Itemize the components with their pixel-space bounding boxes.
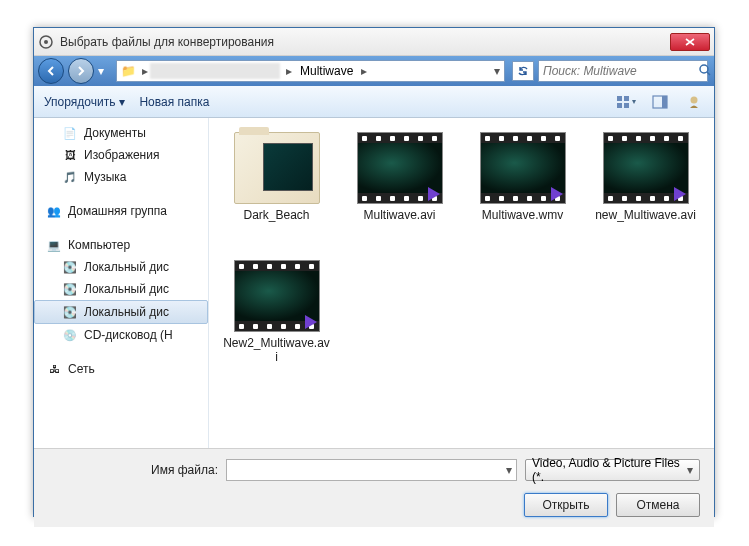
back-button[interactable] [38, 58, 64, 84]
video-file-item[interactable]: new_Multiwave.avi [588, 128, 703, 248]
address-dropdown[interactable]: ▾ [494, 64, 500, 78]
play-icon [305, 315, 317, 329]
sidebar-item-pictures[interactable]: 🖼Изображения [34, 144, 208, 166]
drive-icon: 💽 [62, 304, 78, 320]
search-icon[interactable] [698, 63, 712, 80]
homegroup-icon: 👥 [46, 203, 62, 219]
new-folder-button[interactable]: Новая папка [139, 95, 209, 109]
main-area: 📄Документы 🖼Изображения 🎵Музыка 👥Домашня… [34, 118, 714, 448]
video-file-item[interactable]: New2_Multiwave.avi [219, 256, 334, 376]
video-thumbnail [357, 132, 443, 204]
computer-icon: 💻 [46, 237, 62, 253]
chevron-down-icon[interactable]: ▾ [506, 463, 512, 477]
svg-rect-5 [617, 103, 622, 108]
documents-icon: 📄 [62, 125, 78, 141]
video-thumbnail [234, 260, 320, 332]
video-file-item[interactable]: Multiwave.avi [342, 128, 457, 248]
folder-icon: 📁 [121, 64, 136, 78]
file-name: new_Multiwave.avi [595, 208, 696, 222]
folder-item[interactable]: Dark_Beach [219, 128, 334, 248]
navigation-bar: ▾ 📁 ▸ ▸ Multiwave ▸ ▾ [34, 56, 714, 86]
toolbar: Упорядочить ▾ Новая папка ▾ [34, 86, 714, 118]
search-box[interactable] [538, 60, 708, 82]
filename-input[interactable]: ▾ [226, 459, 517, 481]
footer: Имя файла: ▾ Video, Audio & Picture File… [34, 448, 714, 527]
sidebar-item-homegroup[interactable]: 👥Домашняя группа [34, 200, 208, 222]
file-type-filter[interactable]: Video, Audio & Picture Files (*. ▾ [525, 459, 700, 481]
file-list[interactable]: Dark_Beach Multiwave.avi Multiwa [209, 118, 714, 448]
chevron-down-icon: ▾ [687, 463, 693, 477]
breadcrumb-parent[interactable] [150, 63, 280, 79]
preview-pane-button[interactable] [650, 92, 670, 112]
breadcrumb-current[interactable]: Multiwave [294, 64, 359, 78]
network-icon: 🖧 [46, 361, 62, 377]
sidebar-item-documents[interactable]: 📄Документы [34, 122, 208, 144]
play-icon [551, 187, 563, 201]
cd-icon: 💿 [62, 327, 78, 343]
sidebar-item-network[interactable]: 🖧Сеть [34, 358, 208, 380]
svg-point-1 [44, 40, 48, 44]
video-thumbnail [603, 132, 689, 204]
svg-rect-8 [662, 96, 667, 108]
sidebar-item-disk-selected[interactable]: 💽Локальный дис [34, 300, 208, 324]
open-button[interactable]: Открыть [524, 493, 608, 517]
svg-point-2 [700, 65, 708, 73]
breadcrumb-arrow[interactable]: ▸ [284, 64, 294, 78]
sidebar-item-disk[interactable]: 💽Локальный дис [34, 278, 208, 300]
titlebar: Выбрать файлы для конвертирования [34, 28, 714, 56]
music-icon: 🎵 [62, 169, 78, 185]
drive-icon: 💽 [62, 281, 78, 297]
drive-icon: 💽 [62, 259, 78, 275]
breadcrumb-arrow[interactable]: ▸ [140, 64, 150, 78]
filename-label: Имя файла: [48, 463, 218, 477]
search-input[interactable] [543, 64, 694, 78]
play-icon [674, 187, 686, 201]
view-menu[interactable]: ▾ [616, 92, 636, 112]
forward-button[interactable] [68, 58, 94, 84]
file-name: Multiwave.wmv [482, 208, 563, 222]
sidebar-item-music[interactable]: 🎵Музыка [34, 166, 208, 188]
address-bar[interactable]: 📁 ▸ ▸ Multiwave ▸ ▾ [116, 60, 505, 82]
file-name: Multiwave.avi [363, 208, 435, 222]
history-dropdown[interactable]: ▾ [98, 64, 108, 78]
file-dialog: Выбрать файлы для конвертирования ▾ 📁 ▸ … [33, 27, 715, 517]
svg-point-9 [691, 96, 698, 103]
file-name: New2_Multiwave.avi [223, 336, 330, 365]
video-thumbnail [480, 132, 566, 204]
organize-menu[interactable]: Упорядочить ▾ [44, 95, 125, 109]
sidebar-item-cd[interactable]: 💿CD-дисковод (H [34, 324, 208, 346]
close-button[interactable] [670, 33, 710, 51]
window-title: Выбрать файлы для конвертирования [60, 35, 670, 49]
file-name: Dark_Beach [243, 208, 309, 222]
svg-rect-4 [624, 96, 629, 101]
sidebar: 📄Документы 🖼Изображения 🎵Музыка 👥Домашня… [34, 118, 209, 448]
svg-rect-3 [617, 96, 622, 101]
sidebar-item-disk[interactable]: 💽Локальный дис [34, 256, 208, 278]
sidebar-item-computer[interactable]: 💻Компьютер [34, 234, 208, 256]
svg-rect-6 [624, 103, 629, 108]
breadcrumb-arrow[interactable]: ▸ [359, 64, 369, 78]
chevron-down-icon: ▾ [119, 95, 125, 109]
folder-icon [234, 132, 320, 204]
refresh-button[interactable] [512, 61, 534, 81]
cancel-button[interactable]: Отмена [616, 493, 700, 517]
video-file-item[interactable]: Multiwave.wmv [465, 128, 580, 248]
help-button[interactable] [684, 92, 704, 112]
app-icon [38, 34, 54, 50]
pictures-icon: 🖼 [62, 147, 78, 163]
play-icon [428, 187, 440, 201]
